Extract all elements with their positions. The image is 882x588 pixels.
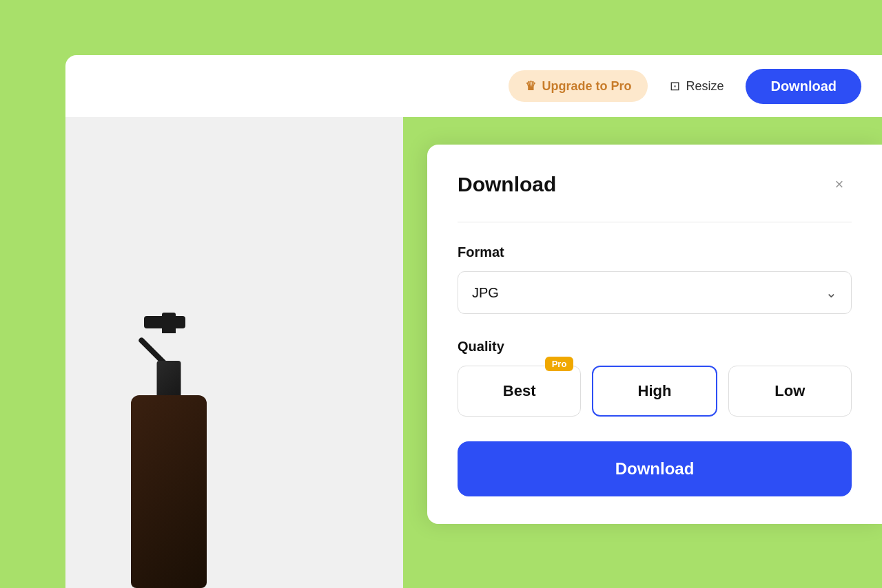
quality-low-label: Low <box>775 382 805 399</box>
bottle-pump-top <box>162 313 176 333</box>
quality-section: Quality Pro Best High Low <box>458 339 852 417</box>
format-label: Format <box>458 244 852 260</box>
format-section: Format JPG ⌄ <box>458 244 852 314</box>
quality-best-label: Best <box>503 382 536 399</box>
quality-high-label: High <box>638 382 672 399</box>
chevron-down-icon: ⌄ <box>825 284 837 301</box>
download-main-button[interactable]: Download <box>458 441 852 496</box>
divider <box>458 222 852 222</box>
format-dropdown[interactable]: JPG ⌄ <box>458 271 852 314</box>
download-panel: Download × Format JPG ⌄ Quality Pro Best… <box>427 145 882 524</box>
toolbar: ♛ Upgrade to Pro ⊡ Resize Download <box>65 55 882 117</box>
quality-options: Pro Best High Low <box>458 366 852 417</box>
panel-title: Download <box>458 173 556 196</box>
quality-low-button[interactable]: Low <box>728 366 852 417</box>
resize-label: Resize <box>686 79 724 94</box>
quality-label: Quality <box>458 339 852 355</box>
quality-high-button[interactable]: High <box>592 366 717 417</box>
bottle-body <box>131 395 207 588</box>
upgrade-label: Upgrade to Pro <box>542 79 631 94</box>
resize-icon: ⊡ <box>670 78 680 94</box>
panel-header: Download × <box>458 172 852 197</box>
quality-best-button[interactable]: Pro Best <box>458 366 581 417</box>
format-value: JPG <box>472 285 499 301</box>
upgrade-button[interactable]: ♛ Upgrade to Pro <box>509 70 648 102</box>
canvas-area <box>65 117 403 588</box>
bottle-image <box>100 313 238 588</box>
download-header-button[interactable]: Download <box>746 69 861 104</box>
crown-icon: ♛ <box>525 78 536 94</box>
pro-badge: Pro <box>545 357 574 371</box>
resize-button[interactable]: ⊡ Resize <box>656 70 737 102</box>
close-button[interactable]: × <box>827 172 852 197</box>
